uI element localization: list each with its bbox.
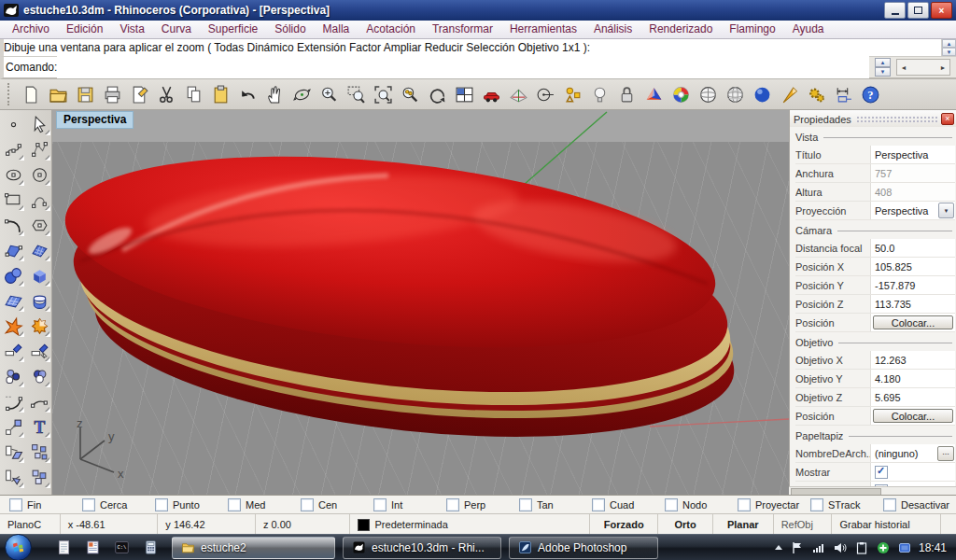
polygon-icon[interactable] xyxy=(28,214,51,237)
surface-from-grid-icon[interactable] xyxy=(28,239,51,262)
volume-icon[interactable] xyxy=(834,541,847,554)
panel-grip[interactable] xyxy=(856,116,937,123)
boolean-union-icon[interactable] xyxy=(28,315,51,338)
menu-herramientas[interactable]: Herramientas xyxy=(501,21,585,38)
polyline-icon[interactable] xyxy=(28,138,51,161)
cplane-button[interactable]: PlanoC xyxy=(0,514,61,535)
paint-flag-icon[interactable] xyxy=(777,82,802,107)
posz-value[interactable]: 113.735 xyxy=(870,295,955,313)
close-button[interactable]: × xyxy=(931,2,952,19)
objx-value[interactable]: 12.263 xyxy=(870,351,955,369)
render-mesh-sphere-icon[interactable] xyxy=(723,82,748,107)
new-file-icon[interactable] xyxy=(19,82,44,107)
menu-analisis[interactable]: Análisis xyxy=(585,21,640,38)
box-icon[interactable] xyxy=(28,264,51,287)
properties-header[interactable]: Propiedades × xyxy=(790,110,956,127)
osnap-cuad[interactable]: Cuad xyxy=(592,498,665,511)
language-icon[interactable] xyxy=(898,541,911,554)
toggle-refobj[interactable]: RefObj xyxy=(774,514,833,535)
taskbar-button-rhino[interactable]: estuche10.3dm - Rhi... xyxy=(343,537,501,559)
osnap-cen[interactable]: Cen xyxy=(301,498,373,511)
surface-corner-icon[interactable] xyxy=(2,239,25,262)
select-arrow-icon[interactable] xyxy=(28,113,51,136)
render-pyramid-icon[interactable] xyxy=(641,82,667,107)
menu-superficie[interactable]: Superficie xyxy=(200,21,266,38)
nodo-checkbox[interactable] xyxy=(665,498,678,511)
osnap-proyectar[interactable]: Proyectar xyxy=(738,498,810,511)
zoom-window-icon[interactable] xyxy=(344,82,369,107)
posx-value[interactable]: 105.825 xyxy=(870,258,955,275)
osnap-perp[interactable]: Perp xyxy=(446,498,519,511)
toggle-planar[interactable]: Planar xyxy=(713,514,774,535)
undo-view-change-icon[interactable] xyxy=(425,82,450,107)
ellipse-icon[interactable] xyxy=(2,163,25,187)
circle-diameter-icon[interactable] xyxy=(533,82,558,107)
command-input[interactable] xyxy=(57,56,869,78)
panel-close-icon[interactable]: × xyxy=(941,113,954,125)
command-prompt-icon[interactable]: C:\ xyxy=(114,539,130,555)
command-spinner[interactable]: ▲▼ xyxy=(875,58,891,77)
osnap-nodo[interactable]: Nodo xyxy=(665,498,738,511)
copy-icon[interactable] xyxy=(181,82,206,107)
export-notes-icon[interactable] xyxy=(127,82,152,107)
clipboard-icon[interactable] xyxy=(855,541,868,554)
arc-icon[interactable] xyxy=(2,214,25,237)
nombre-archivo-value[interactable]: (ninguno) ... xyxy=(870,444,955,462)
menu-flamingo[interactable]: Flamingo xyxy=(721,21,783,38)
array-icon[interactable] xyxy=(28,441,51,464)
browse-file-button[interactable]: ... xyxy=(937,446,954,461)
layer-indicator[interactable]: Predeterminada xyxy=(350,514,591,535)
menu-edicion[interactable]: Edición xyxy=(58,21,111,38)
taskbar-button-photoshop[interactable]: Adobe Photoshop xyxy=(509,537,658,559)
cen-checkbox[interactable] xyxy=(301,498,314,511)
extend-icon[interactable] xyxy=(2,466,25,489)
osnap-desactivar[interactable]: Desactivar xyxy=(883,498,956,511)
menu-malla[interactable]: Malla xyxy=(315,21,358,38)
boolean-circles-icon[interactable] xyxy=(28,365,51,388)
lock-icon[interactable] xyxy=(614,82,640,107)
blend-arc-icon[interactable] xyxy=(28,390,51,413)
menu-solido[interactable]: Sólido xyxy=(266,21,314,38)
scale-icon[interactable] xyxy=(2,415,25,439)
antivirus-icon[interactable] xyxy=(877,541,890,554)
taskbar-button-estuche2[interactable]: estuche2 xyxy=(172,537,335,559)
fin-checkbox[interactable] xyxy=(9,498,22,511)
action-center-flag-icon[interactable] xyxy=(791,541,804,554)
titulo-value[interactable]: Perspectiva xyxy=(870,146,955,163)
minimize-button[interactable] xyxy=(884,2,906,19)
circle-icon[interactable] xyxy=(28,163,51,187)
osnap-med[interactable]: Med xyxy=(228,498,301,511)
menu-archivo[interactable]: Archivo xyxy=(4,21,58,38)
osnap-strack[interactable]: STrack xyxy=(810,498,883,511)
menu-renderizado[interactable]: Renderizado xyxy=(640,21,721,38)
posy-value[interactable]: -157.879 xyxy=(870,276,955,294)
desactivar-checkbox[interactable] xyxy=(883,498,896,511)
toggle-forzado[interactable]: Forzado xyxy=(590,514,658,535)
colocar-objetivo-button[interactable]: Colocar... xyxy=(873,409,953,423)
focal-value[interactable]: 50.0 xyxy=(870,239,955,257)
proyectar-checkbox[interactable] xyxy=(738,498,751,511)
menu-acotacion[interactable]: Acotación xyxy=(358,21,424,38)
trim-icon[interactable] xyxy=(2,340,25,363)
group-icon[interactable] xyxy=(28,466,51,489)
osnap-fin[interactable]: Fin xyxy=(9,498,82,511)
paste-icon[interactable] xyxy=(208,82,233,107)
cerca-checkbox[interactable] xyxy=(82,498,95,511)
toolbar-grip[interactable] xyxy=(7,83,13,105)
proyeccion-select[interactable]: Perspectiva ▼ xyxy=(870,202,955,219)
restore-button[interactable] xyxy=(907,2,929,19)
cut-icon[interactable] xyxy=(154,82,179,107)
osnap-punto[interactable]: Punto xyxy=(155,498,228,511)
sphere-icon[interactable] xyxy=(2,264,25,287)
options-gears-icon[interactable] xyxy=(804,82,829,107)
dropdown-arrow-icon[interactable]: ▼ xyxy=(938,203,954,218)
objz-value[interactable]: 5.695 xyxy=(870,388,955,406)
strack-checkbox[interactable] xyxy=(810,498,823,511)
menu-curva[interactable]: Curva xyxy=(153,21,200,38)
control-point-curve-icon[interactable] xyxy=(2,138,25,161)
pan-icon[interactable] xyxy=(262,82,288,107)
command-hscroll[interactable]: ◄► xyxy=(896,59,950,76)
revolve-icon[interactable] xyxy=(28,289,51,313)
shaded-sphere-icon[interactable] xyxy=(696,82,721,107)
notepad-icon[interactable] xyxy=(56,539,72,555)
